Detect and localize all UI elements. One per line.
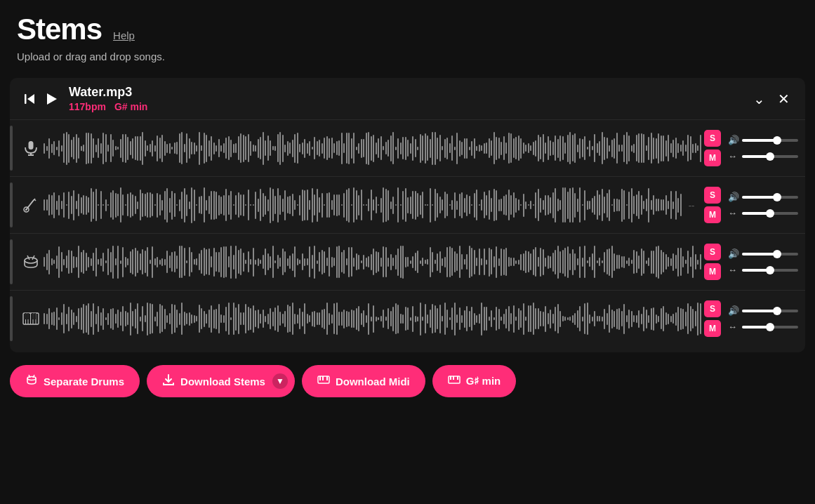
key-label: G♯ min bbox=[466, 375, 501, 387]
vocals-controls: S M 🔊 ↔ bbox=[701, 130, 798, 166]
svg-rect-31 bbox=[450, 376, 451, 380]
separate-drums-icon bbox=[25, 373, 38, 389]
svg-point-7 bbox=[25, 208, 27, 210]
track-row-bass: -- S M 🔊 ↔ bbox=[10, 176, 805, 233]
separate-drums-button[interactable]: Separate Drums bbox=[10, 365, 140, 397]
vocals-solo-button[interactable]: S bbox=[704, 130, 721, 147]
bottom-toolbar: Separate Drums Download Stems ▼ Download… bbox=[0, 359, 815, 407]
svg-rect-0 bbox=[25, 94, 27, 104]
svg-rect-22 bbox=[34, 313, 37, 319]
key-button[interactable]: G♯ min bbox=[432, 365, 517, 397]
pan-icon: ↔ bbox=[728, 208, 739, 218]
svg-rect-27 bbox=[319, 376, 321, 380]
separate-drums-label: Separate Drums bbox=[44, 376, 124, 387]
header: Stems Help Upload or drag and drop songs… bbox=[0, 0, 815, 68]
tracks-container: S M 🔊 ↔ bbox=[10, 119, 805, 352]
song-filename: Water.mp3 bbox=[69, 85, 741, 100]
svg-rect-19 bbox=[25, 313, 27, 319]
drums-volume-slider[interactable] bbox=[742, 253, 798, 256]
svg-rect-3 bbox=[29, 141, 34, 150]
other-controls: S M 🔊 ↔ bbox=[701, 300, 798, 337]
piano-icon bbox=[18, 312, 44, 326]
volume-icon: 🔊 bbox=[728, 305, 739, 316]
drums-solo-button[interactable]: S bbox=[704, 244, 721, 260]
song-info: Water.mp3 117bpm G# min bbox=[69, 85, 741, 112]
svg-line-9 bbox=[34, 199, 36, 201]
download-stems-icon bbox=[162, 373, 175, 389]
other-waveform bbox=[44, 296, 701, 341]
vocals-waveform bbox=[44, 126, 701, 171]
key-icon bbox=[448, 373, 460, 389]
pan-icon: ↔ bbox=[728, 265, 739, 275]
svg-rect-21 bbox=[32, 313, 34, 319]
vocals-volume-slider[interactable] bbox=[742, 139, 798, 142]
svg-rect-32 bbox=[453, 376, 454, 380]
track-border bbox=[10, 239, 13, 284]
download-stems-button[interactable]: Download Stems ▼ bbox=[147, 365, 295, 397]
track-border bbox=[10, 296, 13, 341]
volume-icon: 🔊 bbox=[728, 192, 739, 202]
song-actions: ⌄ ✕ bbox=[750, 89, 793, 109]
other-volume-slider[interactable] bbox=[742, 310, 798, 312]
svg-rect-28 bbox=[322, 376, 324, 380]
play-button[interactable] bbox=[44, 91, 59, 107]
bass-volume-slider[interactable] bbox=[742, 196, 798, 199]
drums-pan-slider[interactable] bbox=[742, 269, 798, 272]
skip-back-button[interactable] bbox=[22, 91, 38, 107]
bass-solo-button[interactable]: S bbox=[704, 187, 721, 204]
bpm-tag: 117bpm bbox=[69, 101, 106, 112]
pan-icon: ↔ bbox=[728, 321, 739, 332]
track-row-drums: S M 🔊 ↔ bbox=[10, 233, 805, 290]
svg-rect-29 bbox=[326, 376, 328, 380]
bass-waveform bbox=[44, 183, 682, 227]
svg-point-23 bbox=[27, 377, 36, 380]
svg-rect-20 bbox=[27, 313, 29, 319]
svg-point-10 bbox=[25, 258, 37, 263]
bass-icon bbox=[18, 197, 44, 213]
drums-mute-button[interactable]: M bbox=[704, 263, 721, 280]
vocals-icon bbox=[18, 140, 44, 156]
download-midi-icon bbox=[317, 373, 330, 389]
download-midi-button[interactable]: Download Midi bbox=[302, 365, 425, 397]
key-tag: G# min bbox=[114, 101, 147, 112]
volume-icon: 🔊 bbox=[728, 135, 739, 145]
track-row-vocals: S M 🔊 ↔ bbox=[10, 119, 805, 176]
drums-waveform bbox=[44, 239, 701, 284]
other-pan-slider[interactable] bbox=[742, 326, 798, 329]
drums-icon bbox=[18, 253, 44, 270]
help-link[interactable]: Help bbox=[113, 29, 135, 41]
main-card: Water.mp3 117bpm G# min ⌄ ✕ S bbox=[10, 78, 805, 352]
transport-controls bbox=[22, 91, 59, 107]
svg-marker-1 bbox=[27, 94, 34, 104]
subtitle: Upload or drag and drop songs. bbox=[17, 51, 798, 62]
collapse-button[interactable]: ⌄ bbox=[750, 89, 768, 109]
track-row-other: S M 🔊 ↔ bbox=[10, 290, 805, 347]
download-stems-label: Download Stems bbox=[180, 376, 265, 387]
other-solo-button[interactable]: S bbox=[704, 300, 721, 317]
track-border bbox=[10, 126, 13, 171]
bass-time: -- bbox=[682, 200, 701, 211]
bass-controls: S M 🔊 ↔ bbox=[701, 187, 798, 223]
song-header: Water.mp3 117bpm G# min ⌄ ✕ bbox=[10, 78, 805, 119]
volume-icon: 🔊 bbox=[728, 248, 739, 259]
download-midi-label: Download Midi bbox=[336, 376, 410, 387]
bass-mute-button[interactable]: M bbox=[704, 206, 721, 223]
vocals-mute-button[interactable]: M bbox=[704, 150, 721, 166]
bass-pan-slider[interactable] bbox=[742, 212, 798, 215]
pan-icon: ↔ bbox=[728, 151, 739, 161]
vocals-pan-slider[interactable] bbox=[742, 155, 798, 158]
close-song-button[interactable]: ✕ bbox=[775, 89, 793, 109]
page-title: Stems bbox=[17, 13, 102, 46]
svg-marker-2 bbox=[47, 93, 57, 105]
drums-controls: S M 🔊 ↔ bbox=[701, 244, 798, 280]
track-border bbox=[10, 183, 13, 227]
other-mute-button[interactable]: M bbox=[704, 320, 721, 337]
download-stems-dropdown-icon[interactable]: ▼ bbox=[272, 373, 288, 389]
svg-rect-33 bbox=[457, 376, 458, 380]
